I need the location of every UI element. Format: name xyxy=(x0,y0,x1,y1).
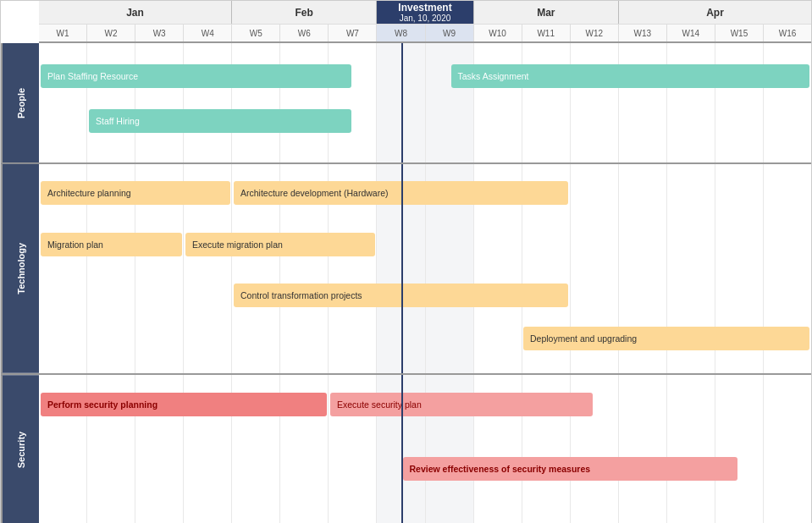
row-group-technology: Technology xyxy=(1,164,811,375)
investment-line-security xyxy=(401,375,403,523)
week-w5: W5 xyxy=(232,25,280,41)
bar-plan-staffing: Plan Staffing Resource xyxy=(41,64,351,88)
month-investment: Investment Jan, 10, 2020 xyxy=(377,1,474,24)
bar-deployment: Deployment and upgrading xyxy=(523,327,809,350)
week-w3: W3 xyxy=(135,25,184,41)
row-content-technology: Architecture planning Architecture devel… xyxy=(39,164,811,373)
week-w14: W14 xyxy=(667,25,715,41)
week-w13: W13 xyxy=(619,25,667,41)
row-group-people: People xyxy=(1,43,811,164)
bar-execute-migration: Execute migration plan xyxy=(185,233,375,256)
bar-perform-security: Perform security planning xyxy=(41,393,327,416)
month-jan: Jan xyxy=(39,1,232,24)
row-content-security: Perform security planning Execute securi… xyxy=(39,375,811,523)
bar-execute-security: Execute security plan xyxy=(330,393,593,416)
week-w1: W1 xyxy=(39,25,87,41)
row-group-security: Security xyxy=(1,375,811,523)
row-content-people: Plan Staffing Resource Staff Hiring Task… xyxy=(39,43,811,162)
investment-line-people xyxy=(401,43,403,162)
row-label-people: People xyxy=(1,43,39,162)
week-w8: W8 xyxy=(377,25,425,41)
bar-tasks-assignment: Tasks Assignment xyxy=(451,64,810,88)
bar-staff-hiring: Staff Hiring xyxy=(89,109,351,133)
row-label-technology: Technology xyxy=(1,164,39,373)
week-w16: W16 xyxy=(764,25,811,41)
month-mar: Mar xyxy=(474,1,619,24)
month-feb: Feb xyxy=(232,1,377,24)
week-w12: W12 xyxy=(571,25,619,41)
week-w7: W7 xyxy=(329,25,377,41)
month-apr: Apr xyxy=(619,1,811,24)
week-w9: W9 xyxy=(426,25,474,41)
investment-line-tech xyxy=(401,164,403,373)
bar-migration-plan: Migration plan xyxy=(41,233,182,256)
week-w15: W15 xyxy=(715,25,764,41)
week-w6: W6 xyxy=(280,25,329,41)
gantt-chart: Jan Feb Investment Jan, 10, 2020 Mar Apr… xyxy=(0,0,812,523)
row-label-security: Security xyxy=(1,375,39,523)
bar-review-security: Review effectiveness of security measure… xyxy=(403,457,737,481)
week-w2: W2 xyxy=(87,25,135,41)
bar-arch-planning: Architecture planning xyxy=(41,181,230,205)
week-w11: W11 xyxy=(522,25,571,41)
week-w4: W4 xyxy=(184,25,232,41)
week-w10: W10 xyxy=(474,25,522,41)
